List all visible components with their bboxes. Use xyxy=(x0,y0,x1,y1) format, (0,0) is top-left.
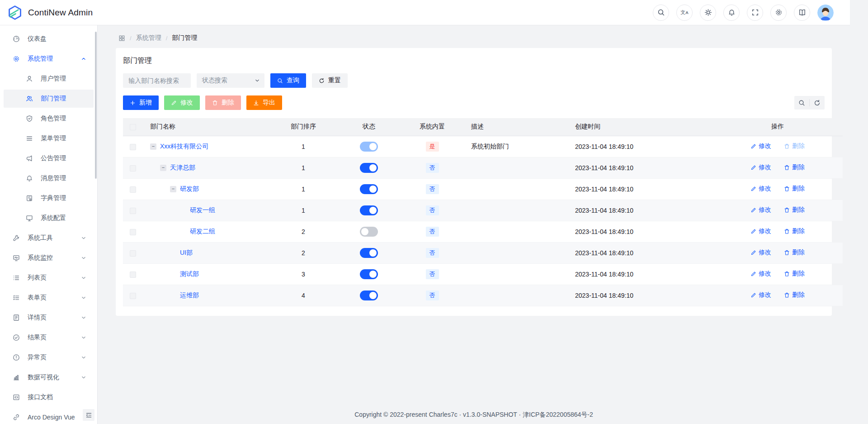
sidebar-item-role-management[interactable]: 角色管理 xyxy=(4,110,94,128)
translate-button[interactable]: 文A xyxy=(676,5,693,21)
sidebar-item-data-visualization[interactable]: 数据可视化 xyxy=(4,368,94,386)
row-checkbox[interactable] xyxy=(130,144,136,150)
row-edit-button[interactable]: 修改 xyxy=(750,291,771,299)
collapse-row-icon[interactable]: − xyxy=(150,143,156,150)
status-select[interactable]: 状态搜索 xyxy=(197,73,264,88)
status-switch[interactable] xyxy=(360,142,378,152)
notifications-button[interactable] xyxy=(723,5,740,21)
department-link[interactable]: Xxx科技有限公司 xyxy=(160,143,208,151)
search-button[interactable] xyxy=(653,5,669,21)
sidebar-item-dictionary-management[interactable]: 字典管理 xyxy=(4,189,94,207)
export-button[interactable]: 导出 xyxy=(246,95,282,110)
add-button[interactable]: 新增 xyxy=(123,95,159,110)
row-delete-button[interactable]: 删除 xyxy=(784,206,805,214)
department-link[interactable]: 天津总部 xyxy=(170,164,195,172)
sidebar-item-result-pages[interactable]: 结果页 xyxy=(4,329,94,347)
row-checkbox[interactable] xyxy=(130,229,136,235)
query-button[interactable]: 查询 xyxy=(270,73,306,88)
edit-button[interactable]: 修改 xyxy=(164,95,200,110)
breadcrumb-item-system[interactable]: 系统管理 xyxy=(136,34,161,42)
collapse-row-icon[interactable]: − xyxy=(170,186,176,192)
sidebar-item-user-management[interactable]: 用户管理 xyxy=(4,70,94,88)
row-checkbox[interactable] xyxy=(130,293,136,299)
docs-button[interactable] xyxy=(794,5,810,21)
department-name-input[interactable] xyxy=(123,73,191,88)
row-delete-button[interactable]: 删除 xyxy=(784,185,805,193)
collapse-row-icon[interactable]: − xyxy=(160,165,166,171)
status-switch[interactable] xyxy=(360,227,378,237)
department-link[interactable]: 运维部 xyxy=(180,291,199,300)
row-edit-button[interactable]: 修改 xyxy=(750,227,771,235)
table-search-button[interactable] xyxy=(794,96,809,110)
chevron-down-icon xyxy=(81,255,86,261)
theme-button[interactable] xyxy=(700,5,716,21)
column-header-created: 创建时间 xyxy=(568,118,712,136)
toolbar-row: 新增 修改 删除 导出 xyxy=(123,95,825,110)
department-link[interactable]: 研发一组 xyxy=(190,206,215,214)
sidebar-item-system-tools[interactable]: 系统工具 xyxy=(4,229,94,247)
status-switch[interactable] xyxy=(360,269,378,279)
row-edit-button[interactable]: 修改 xyxy=(750,163,771,172)
created-time: 2023-11-04 18:49:10 xyxy=(568,200,712,221)
row-delete-button[interactable]: 删除 xyxy=(784,270,805,278)
row-checkbox[interactable] xyxy=(130,272,136,278)
sidebar-item-label: 公告管理 xyxy=(41,154,86,162)
apps-grid-icon[interactable] xyxy=(118,35,125,42)
department-link[interactable]: UI部 xyxy=(180,249,193,257)
sidebar-collapse-button[interactable] xyxy=(83,409,94,421)
sidebar-item-menu-management[interactable]: 菜单管理 xyxy=(4,129,94,148)
fullscreen-button[interactable] xyxy=(747,5,763,21)
row-edit-button[interactable]: 修改 xyxy=(750,185,771,193)
row-edit-button[interactable]: 修改 xyxy=(750,270,771,278)
row-checkbox[interactable] xyxy=(130,186,136,193)
row-delete-button[interactable]: 删除 xyxy=(784,163,805,172)
sidebar-item-arco-design-vue[interactable]: Arco Design Vue xyxy=(4,408,94,424)
row-delete-button[interactable]: 删除 xyxy=(784,227,805,235)
sidebar-item-list-pages[interactable]: 列表页 xyxy=(4,269,94,287)
delete-button[interactable]: 删除 xyxy=(205,95,241,110)
sidebar-item-message-management[interactable]: 消息管理 xyxy=(4,169,94,187)
sidebar-item-api-docs[interactable]: 接口文档 xyxy=(4,388,94,406)
avatar[interactable] xyxy=(817,5,834,21)
chevron-down-icon xyxy=(81,315,86,320)
table-refresh-button[interactable] xyxy=(810,96,825,110)
sidebar-item-system-config[interactable]: 系统配置 xyxy=(4,209,94,227)
row-delete-button[interactable]: 删除 xyxy=(784,291,805,299)
department-link[interactable]: 研发部 xyxy=(180,185,199,193)
brand: ContiNew Admin xyxy=(7,5,93,20)
sidebar-item-form-pages[interactable]: 表单页 xyxy=(4,289,94,307)
sidebar-item-system-monitor[interactable]: 系统监控 xyxy=(4,249,94,267)
status-switch[interactable] xyxy=(360,163,378,173)
row-delete-button[interactable]: 删除 xyxy=(784,142,805,150)
status-switch[interactable] xyxy=(360,291,378,300)
settings-icon xyxy=(775,9,783,16)
row-delete-button[interactable]: 删除 xyxy=(784,248,805,257)
row-checkbox[interactable] xyxy=(130,250,136,257)
department-description xyxy=(464,178,568,200)
row-edit-button[interactable]: 修改 xyxy=(750,206,771,214)
sidebar-item-detail-pages[interactable]: 详情页 xyxy=(4,309,94,327)
department-link[interactable]: 研发二组 xyxy=(190,228,215,236)
sidebar-item-announcement-management[interactable]: 公告管理 xyxy=(4,149,94,167)
row-checkbox[interactable] xyxy=(130,208,136,214)
select-all-checkbox[interactable] xyxy=(130,124,136,130)
status-switch[interactable] xyxy=(360,184,378,194)
status-switch[interactable] xyxy=(360,205,378,215)
sidebar-item-system-management[interactable]: 系统管理 xyxy=(4,50,94,68)
row-checkbox[interactable] xyxy=(130,165,136,172)
table-row: 研发二组 2 否 2023-11-04 18:49:10 修改 删除 xyxy=(123,221,843,242)
sidebar-item-dashboard[interactable]: 仪表盘 xyxy=(4,30,94,48)
sidebar-item-label: 系统工具 xyxy=(28,234,81,242)
breadcrumb-item-current: 部门管理 xyxy=(172,34,197,42)
row-edit-button[interactable]: 修改 xyxy=(750,142,771,150)
row-edit-button[interactable]: 修改 xyxy=(750,248,771,257)
sidebar-scrollbar[interactable] xyxy=(95,32,97,179)
sidebar-item-department-management[interactable]: 部门管理 xyxy=(4,90,94,108)
chevron-down-icon xyxy=(81,295,86,300)
department-link[interactable]: 测试部 xyxy=(180,270,199,278)
sidebar-item-exception-pages[interactable]: 异常页 xyxy=(4,348,94,367)
settings-button[interactable] xyxy=(770,5,787,21)
status-switch[interactable] xyxy=(360,248,378,258)
department-table: 部门名称部门排序状态系统内置描述创建时间操作 −Xxx科技有限公司 1 是 系统… xyxy=(123,118,843,306)
reset-button[interactable]: 重置 xyxy=(312,73,348,88)
